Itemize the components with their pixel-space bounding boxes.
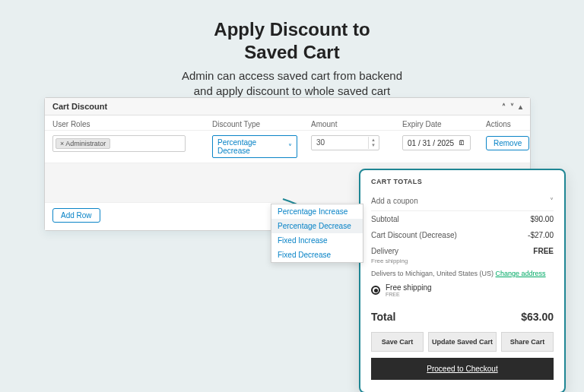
- col-actions: Actions: [486, 120, 539, 128]
- discount-type-select[interactable]: Percentage Decrease ˅: [212, 135, 297, 158]
- calendar-icon: 🗓: [459, 139, 465, 147]
- delivery-value: FREE: [533, 247, 554, 255]
- panel-tools: ˄ ˅ ▴: [502, 103, 522, 111]
- discount-type-value: Percentage Decrease: [217, 138, 288, 155]
- title-line-2: Saved Cart: [244, 42, 339, 62]
- subtitle-line-2: and apply discount to whole saved cart: [194, 84, 391, 97]
- page-subtitle: Admin can access saved cart from backend…: [0, 68, 584, 100]
- col-amount: Amount: [311, 120, 402, 128]
- subtotal-row: Subtotal $90.00: [371, 211, 554, 227]
- update-saved-cart-button[interactable]: Update Saved Cart: [428, 332, 497, 352]
- option-percentage-decrease[interactable]: Percentage Decrease: [271, 219, 363, 233]
- expiry-date-input[interactable]: 01 / 31 / 2025 🗓: [402, 135, 471, 150]
- change-address-link[interactable]: Change address: [496, 270, 546, 277]
- total-label: Total: [371, 311, 395, 323]
- shipping-option-sublabel: FREE: [386, 292, 432, 297]
- option-fixed-increase[interactable]: Fixed Increase: [271, 233, 363, 248]
- subtotal-value: $90.00: [530, 215, 554, 223]
- panel-header: Cart Discount ˄ ˅ ▴: [45, 98, 530, 115]
- option-fixed-decrease[interactable]: Fixed Decrease: [271, 248, 363, 262]
- column-headers: User Roles Discount Type Amount Expiry D…: [45, 115, 530, 131]
- radio-dot-icon: [371, 286, 380, 295]
- save-cart-button[interactable]: Save Cart: [371, 332, 424, 352]
- col-user-roles: User Roles: [52, 120, 212, 128]
- subtotal-label: Subtotal: [371, 215, 399, 223]
- expiry-value: 01 / 31 / 2025: [408, 139, 454, 147]
- amount-input[interactable]: 30 ▲▼: [311, 135, 379, 150]
- proceed-to-checkout-button[interactable]: Proceed to Checkout: [371, 358, 554, 380]
- amount-value: 30: [316, 138, 325, 147]
- add-row-button[interactable]: Add Row: [52, 208, 100, 223]
- user-roles-input[interactable]: × Administrator: [52, 135, 186, 152]
- col-expiry: Expiry Date: [402, 120, 486, 128]
- panel-menu-icon[interactable]: ▴: [519, 103, 522, 111]
- delivery-row: Delivery FREE: [371, 243, 554, 259]
- chevron-down-icon: ˅: [550, 197, 554, 205]
- discount-row: Cart Discount (Decrease) -$27.00: [371, 227, 554, 243]
- panel-title: Cart Discount: [52, 102, 107, 111]
- delivery-label: Delivery: [371, 247, 398, 255]
- collapse-icon[interactable]: ˄: [502, 103, 506, 111]
- cart-totals-title: CART TOTALS: [371, 178, 554, 185]
- discount-row: × Administrator Percentage Decrease ˅ 30…: [45, 131, 530, 163]
- option-percentage-increase[interactable]: Percentage Increase: [271, 204, 363, 219]
- cart-action-buttons: Save Cart Update Saved Cart Share Cart: [371, 332, 554, 352]
- shipping-option-radio[interactable]: Free shipping FREE: [371, 280, 554, 303]
- remove-button[interactable]: Remove: [486, 136, 529, 150]
- delivers-to: Delivers to Michigan, United States (US)…: [371, 264, 554, 280]
- total-value: $63.00: [521, 311, 554, 323]
- cart-totals-card: CART TOTALS Add a coupon ˅ Subtotal $90.…: [359, 169, 566, 392]
- share-cart-button[interactable]: Share Cart: [501, 332, 554, 352]
- col-discount-type: Discount Type: [212, 120, 311, 128]
- total-row: Total $63.00: [371, 303, 554, 329]
- role-tag-administrator[interactable]: × Administrator: [56, 138, 110, 149]
- title-line-1: Apply Discount to: [214, 19, 370, 40]
- expand-icon[interactable]: ˅: [510, 103, 514, 111]
- delivers-to-text: Delivers to Michigan, United States (US): [371, 270, 496, 277]
- chevron-down-icon: ˅: [288, 143, 292, 151]
- coupon-label: Add a coupon: [371, 197, 418, 205]
- delivery-note: Free shipping: [371, 258, 554, 264]
- subtitle-line-1: Admin can access saved cart from backend: [182, 69, 402, 82]
- discount-label: Cart Discount (Decrease): [371, 231, 457, 239]
- discount-value: -$27.00: [528, 231, 554, 239]
- amount-spinner[interactable]: ▲▼: [368, 137, 378, 149]
- add-coupon-row[interactable]: Add a coupon ˅: [371, 191, 554, 211]
- page-title: Apply Discount to Saved Cart: [0, 18, 584, 64]
- discount-type-dropdown: Percentage Increase Percentage Decrease …: [271, 204, 363, 263]
- shipping-option-label: Free shipping: [386, 283, 432, 292]
